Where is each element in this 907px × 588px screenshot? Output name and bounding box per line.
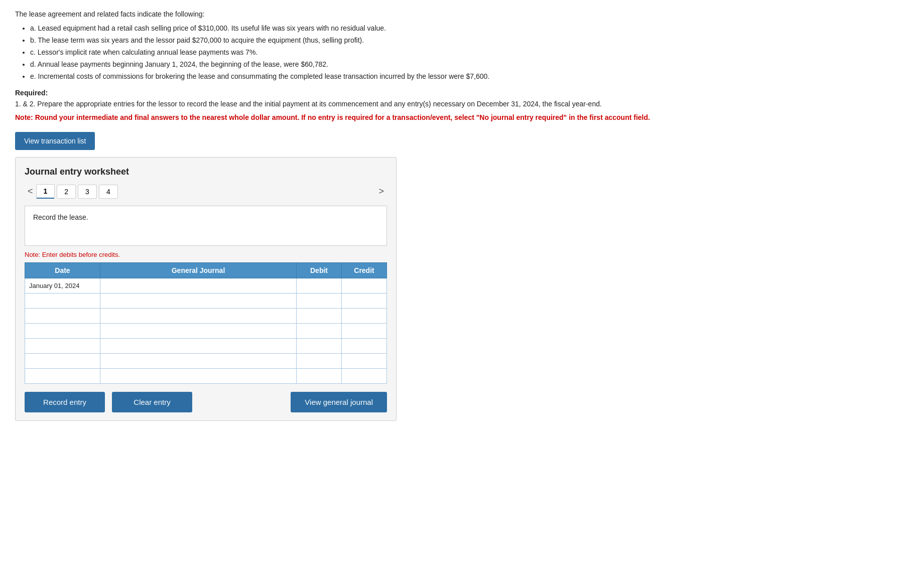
debit-input-5[interactable] (301, 358, 337, 365)
note-debits: Note: Enter debits before credits. (25, 251, 387, 258)
debit-input-0[interactable] (301, 282, 337, 290)
credit-input-1[interactable] (346, 298, 382, 305)
general-journal-input-5[interactable] (104, 358, 292, 365)
general-journal-cell-5[interactable] (100, 354, 297, 369)
view-transaction-list-button[interactable]: View transaction list (15, 132, 95, 150)
credit-input-6[interactable] (346, 373, 382, 380)
record-entry-button[interactable]: Record entry (25, 392, 105, 412)
intro-opening: The lease agreement and related facts in… (15, 10, 892, 18)
debit-cell-6[interactable] (297, 369, 342, 384)
credit-input-3[interactable] (346, 328, 382, 335)
credit-cell-6[interactable] (342, 369, 387, 384)
required-note: Note: Round your intermediate and final … (15, 112, 892, 123)
debit-cell-1[interactable] (297, 293, 342, 309)
credit-cell-0[interactable] (342, 278, 387, 293)
debit-cell-0[interactable] (297, 278, 342, 293)
fact-e: e. Incremental costs of commissions for … (30, 71, 892, 82)
debit-input-6[interactable] (301, 373, 337, 380)
general-journal-input-4[interactable] (104, 343, 292, 350)
credit-input-0[interactable] (346, 282, 382, 290)
tab-2[interactable]: 2 (57, 185, 76, 199)
credit-input-2[interactable] (346, 313, 382, 320)
general-journal-cell-1[interactable] (100, 293, 297, 309)
general-journal-cell-0[interactable] (100, 278, 297, 293)
required-label: Required: (15, 89, 48, 97)
clear-entry-button[interactable]: Clear entry (112, 392, 192, 412)
tab-3[interactable]: 3 (78, 185, 97, 199)
date-cell-0: January 01, 2024 (25, 278, 100, 293)
worksheet-title: Journal entry worksheet (25, 167, 387, 177)
required-instruction: 1. & 2. Prepare the appropriate entries … (15, 99, 892, 109)
date-cell-1 (25, 293, 100, 309)
tab-navigation: < 1 2 3 4 > (25, 184, 387, 199)
fact-d: d. Annual lease payments beginning Janua… (30, 59, 892, 70)
credit-input-4[interactable] (346, 343, 382, 350)
general-journal-cell-4[interactable] (100, 339, 297, 354)
tab-1[interactable]: 1 (36, 184, 55, 199)
date-cell-5 (25, 354, 100, 369)
col-header-date: Date (25, 263, 100, 278)
general-journal-cell-2[interactable] (100, 309, 297, 324)
debit-input-2[interactable] (301, 313, 337, 320)
debit-cell-4[interactable] (297, 339, 342, 354)
general-journal-input-6[interactable] (104, 373, 292, 380)
credit-cell-1[interactable] (342, 293, 387, 309)
general-journal-input-2[interactable] (104, 313, 292, 320)
general-journal-input-3[interactable] (104, 328, 292, 335)
tab-4[interactable]: 4 (99, 185, 118, 199)
credit-input-5[interactable] (346, 358, 382, 365)
required-section: Required: 1. & 2. Prepare the appropriat… (15, 89, 892, 123)
debit-cell-5[interactable] (297, 354, 342, 369)
date-cell-3 (25, 324, 100, 339)
tab-next-arrow[interactable]: > (375, 184, 387, 199)
table-row (25, 293, 387, 309)
record-description-text: Record the lease. (33, 213, 88, 221)
record-description-box: Record the lease. (25, 206, 387, 246)
table-row (25, 309, 387, 324)
credit-cell-3[interactable] (342, 324, 387, 339)
col-header-credit: Credit (342, 263, 387, 278)
debit-input-1[interactable] (301, 298, 337, 305)
fact-a: a. Leased equipment had a retail cash se… (30, 23, 892, 34)
general-journal-cell-6[interactable] (100, 369, 297, 384)
credit-cell-4[interactable] (342, 339, 387, 354)
debit-cell-3[interactable] (297, 324, 342, 339)
credit-cell-5[interactable] (342, 354, 387, 369)
date-cell-2 (25, 309, 100, 324)
debit-cell-2[interactable] (297, 309, 342, 324)
debit-input-3[interactable] (301, 328, 337, 335)
worksheet-container: Journal entry worksheet < 1 2 3 4 > Reco… (15, 157, 397, 421)
date-cell-6 (25, 369, 100, 384)
debit-input-4[interactable] (301, 343, 337, 350)
bottom-buttons: Record entry Clear entry View general jo… (25, 392, 387, 412)
table-row (25, 369, 387, 384)
general-journal-cell-3[interactable] (100, 324, 297, 339)
table-row (25, 354, 387, 369)
col-header-debit: Debit (297, 263, 342, 278)
general-journal-input-0[interactable] (104, 282, 292, 290)
fact-c: c. Lessor's implicit rate when calculati… (30, 47, 892, 58)
tab-prev-arrow[interactable]: < (25, 184, 36, 199)
table-row: January 01, 2024 (25, 278, 387, 293)
view-general-journal-button[interactable]: View general journal (291, 392, 387, 412)
facts-list: a. Leased equipment had a retail cash se… (30, 23, 892, 82)
col-header-general-journal: General Journal (100, 263, 297, 278)
table-row (25, 324, 387, 339)
journal-table: Date General Journal Debit Credit Januar… (25, 262, 387, 384)
credit-cell-2[interactable] (342, 309, 387, 324)
general-journal-input-1[interactable] (104, 298, 292, 305)
fact-b: b. The lease term was six years and the … (30, 35, 892, 46)
table-row (25, 339, 387, 354)
date-cell-4 (25, 339, 100, 354)
